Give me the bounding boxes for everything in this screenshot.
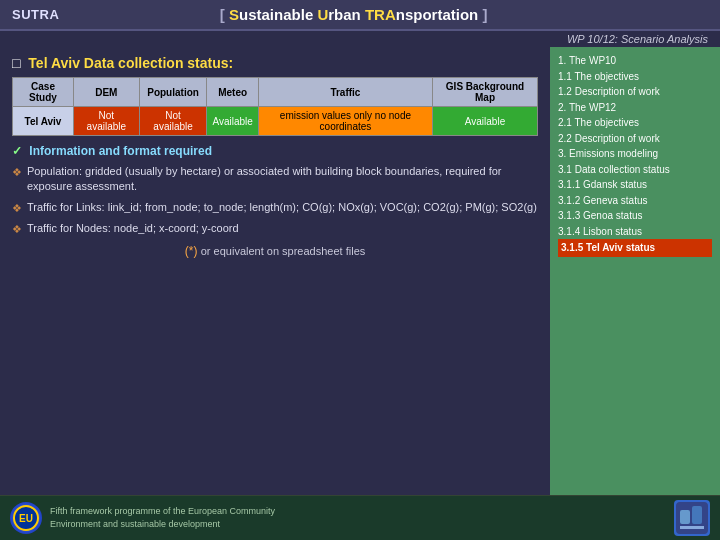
checkmark-icon: ✓ — [12, 144, 25, 158]
nav-item-4[interactable]: 2.1 The objectives — [558, 115, 712, 131]
title-s: S — [229, 6, 239, 23]
nav-item-6[interactable]: 3. Emissions modeling — [558, 146, 712, 162]
bullet-item-2: ❖ Traffic for Nodes: node_id; x-coord; y… — [12, 221, 538, 237]
title-tra: TRA — [365, 6, 396, 23]
info-check-section: ✓ Information and format required — [12, 144, 538, 158]
section-bullet: □ — [12, 55, 24, 71]
header: SUTRA [ Sustainable Urban TRAnsportation… — [0, 0, 720, 31]
bullet-list: ❖ Population: gridded (usually by hectar… — [12, 164, 538, 238]
bullet-text-1: Traffic for Links: link_id; from_node; t… — [27, 200, 537, 215]
left-panel: □ Tel Aviv Data collection status: Case … — [0, 47, 550, 495]
footer-line2: Environment and sustainable development — [50, 518, 275, 531]
bullet-icon-2: ❖ — [12, 222, 22, 237]
bullet-item-1: ❖ Traffic for Links: link_id; from_node;… — [12, 200, 538, 216]
bullet-icon-1: ❖ — [12, 201, 22, 216]
nav-item-12-active[interactable]: 3.1.5 Tel Aviv status — [558, 239, 712, 257]
footer-emblem — [674, 500, 710, 536]
nav-item-5[interactable]: 2.2 Description of work — [558, 131, 712, 147]
info-check-text: Information and format required — [29, 144, 212, 158]
cell-population: Not available — [139, 107, 207, 136]
footer-line1: Fifth framework programme of the Europea… — [50, 505, 275, 518]
bullet-text-2: Traffic for Nodes: node_id; x-coord; y-c… — [27, 221, 239, 236]
col-dem: DEM — [73, 78, 139, 107]
nav-item-7[interactable]: 3.1 Data collection status — [558, 162, 712, 178]
table-row: Tel Aviv Not available Not available Ava… — [13, 107, 538, 136]
section-title: □ Tel Aviv Data collection status: — [12, 55, 538, 71]
title-word2: rban — [328, 6, 365, 23]
subtitle-text: WP 10/12: Scenario Analysis — [567, 33, 708, 45]
bracket-close: ] — [482, 6, 487, 23]
col-population: Population — [139, 78, 207, 107]
note-text: or equivalent on spreadsheet files — [201, 245, 366, 257]
info-check-title: ✓ Information and format required — [12, 144, 538, 158]
nav-item-1[interactable]: 1.1 The objectives — [558, 69, 712, 85]
title-word1: ustainable — [239, 6, 317, 23]
bracket-open: [ — [220, 6, 229, 23]
right-panel-nav: 1. The WP10 1.1 The objectives 1.2 Descr… — [550, 47, 720, 495]
cell-meteo: Available — [207, 107, 258, 136]
nav-item-8[interactable]: 3.1.1 Gdansk status — [558, 177, 712, 193]
col-case-study: Case Study — [13, 78, 74, 107]
bullet-icon-0: ❖ — [12, 165, 22, 180]
cell-gis: Available — [433, 107, 538, 136]
nav-item-11[interactable]: 3.1.4 Lisbon status — [558, 224, 712, 240]
section-title-text: Tel Aviv Data collection status: — [28, 55, 233, 71]
bullet-text-0: Population: gridded (usually by hectare)… — [27, 164, 538, 195]
asterisk-icon: (*) — [185, 244, 201, 258]
note-line: (*) or equivalent on spreadsheet files — [12, 244, 538, 258]
svg-rect-4 — [692, 506, 702, 524]
bullet-item-0: ❖ Population: gridded (usually by hectar… — [12, 164, 538, 195]
svg-rect-5 — [680, 526, 704, 529]
footer: EU Fifth framework programme of the Euro… — [0, 495, 720, 540]
nav-item-9[interactable]: 3.1.2 Geneva status — [558, 193, 712, 209]
footer-text: Fifth framework programme of the Europea… — [50, 505, 275, 530]
title-word3: nsportation — [396, 6, 483, 23]
eu-logo: EU — [10, 502, 42, 534]
col-traffic: Traffic — [258, 78, 432, 107]
cell-traffic: emission values only no node coordinates — [258, 107, 432, 136]
nav-item-3[interactable]: 2. The WP12 — [558, 100, 712, 116]
nav-item-2[interactable]: 1.2 Description of work — [558, 84, 712, 100]
nav-item-0[interactable]: 1. The WP10 — [558, 53, 712, 69]
data-table: Case Study DEM Population Meteo Traffic … — [12, 77, 538, 136]
subtitle-bar: WP 10/12: Scenario Analysis — [0, 31, 720, 47]
content-area: □ Tel Aviv Data collection status: Case … — [0, 47, 720, 495]
svg-text:EU: EU — [19, 513, 33, 524]
svg-rect-3 — [680, 510, 690, 524]
col-gis: GIS Background Map — [433, 78, 538, 107]
sutra-label: SUTRA — [12, 7, 59, 22]
nav-item-10[interactable]: 3.1.3 Genoa status — [558, 208, 712, 224]
col-meteo: Meteo — [207, 78, 258, 107]
cell-dem: Not available — [73, 107, 139, 136]
title-u: U — [317, 6, 328, 23]
main-title: [ Sustainable Urban TRAnsportation ] — [59, 6, 648, 23]
cell-city: Tel Aviv — [13, 107, 74, 136]
